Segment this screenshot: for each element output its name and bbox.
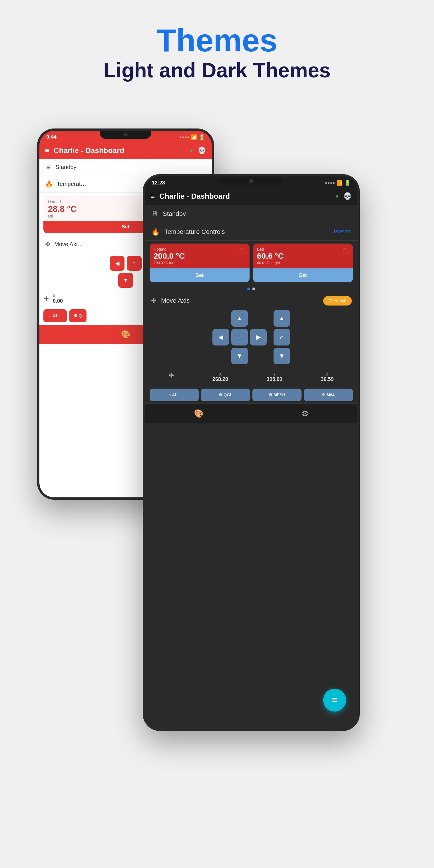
pagination-dots bbox=[145, 285, 358, 293]
x-axis-label: X bbox=[212, 372, 228, 376]
z-jog: ▲ ⌂ ▼ bbox=[274, 310, 290, 364]
z-axis-label: Z bbox=[321, 372, 334, 376]
bottom-nav-dark: 🎨 ⚙ bbox=[145, 403, 358, 424]
jog-home-btn[interactable]: ⌂ bbox=[127, 256, 142, 271]
x-axis-value: 268.20 bbox=[212, 376, 228, 382]
y-axis-label: Y bbox=[267, 372, 282, 376]
up-btn[interactable]: ▲ bbox=[231, 310, 248, 327]
z-coord-dark: Z 36.59 bbox=[321, 372, 334, 382]
palette-icon-light[interactable]: 🎨 bbox=[121, 330, 131, 339]
home-xy-btn[interactable]: ⌂ bbox=[231, 329, 248, 345]
move-label-light: Move Axi… bbox=[54, 241, 83, 248]
dot2d bbox=[328, 182, 330, 184]
y-axis-value: 305.00 bbox=[267, 376, 282, 382]
monitor-icon-light: 🖥 bbox=[45, 164, 52, 171]
qgl-btn-dark[interactable]: ⚙ QGL bbox=[201, 389, 250, 401]
standby-row-dark[interactable]: 🖥 Standby bbox=[145, 205, 358, 223]
dot1 bbox=[180, 136, 181, 138]
hotend-card-label: Hotend bbox=[154, 247, 246, 252]
presets-btn[interactable]: Presets bbox=[334, 229, 351, 235]
bed-set-btn-dark[interactable]: Set bbox=[253, 269, 353, 282]
temp-row-dark[interactable]: 🔥 Temperature Controls Presets bbox=[145, 223, 358, 241]
jog-back-btn[interactable]: ◀ bbox=[110, 256, 124, 271]
page-subtitle: Light and Dark Themes bbox=[103, 58, 331, 83]
hotend-header: Hotend 200.0 °C 200.0 °C target 🚫 bbox=[150, 244, 250, 269]
status-time-light: 9:44 bbox=[46, 134, 57, 140]
chat-fab[interactable]: ≡ bbox=[323, 689, 346, 712]
app-title-dark: Charlie - Dashboard bbox=[159, 192, 331, 201]
dot-active bbox=[247, 287, 250, 290]
jog-grid-dark: ▲ ◀ ⌂ ▶ ▼ ▲ ⌂ ▼ bbox=[151, 310, 352, 364]
none-badge[interactable]: 🛡 NONE bbox=[323, 296, 352, 306]
mesh-btn-dark[interactable]: ⚙ MESH bbox=[252, 389, 302, 401]
hamburger-icon-light[interactable]: ≡ bbox=[45, 147, 49, 154]
sliders-icon-dark[interactable]: ⚙ bbox=[302, 409, 309, 418]
right-btn[interactable]: ▶ bbox=[250, 329, 267, 345]
camera-light bbox=[124, 132, 128, 136]
temp-cards-dark: Hotend 200.0 °C 200.0 °C target 🚫 Set Be… bbox=[145, 241, 358, 285]
axis-icon-dark: ✤ bbox=[151, 297, 156, 305]
dot3d bbox=[330, 182, 332, 184]
move-header-dark: ✤ Move Axis 🛡 NONE bbox=[151, 296, 352, 306]
bed-card-dark: Bed 60.6 °C 60.0 °C target 🚫 Set bbox=[253, 244, 353, 282]
flame-icon-light: 🔥 bbox=[45, 181, 53, 188]
xy-jog: ▲ ◀ ⌂ ▶ ▼ bbox=[212, 310, 267, 364]
action-btns-dark: ⌂ ALL ⚙ QGL ⚙ MESH ✈ M84 bbox=[145, 386, 358, 403]
wifi-icon-light: 📶 bbox=[191, 134, 197, 141]
temp-label-dark: Temperature Controls bbox=[164, 228, 225, 236]
no-touch-icon-bed: 🚫 bbox=[342, 248, 349, 254]
wifi-icon-dark: 📶 bbox=[336, 180, 343, 186]
status-dot-dark: ● bbox=[336, 193, 339, 199]
y-coord-dark: Y 305.00 bbox=[267, 372, 282, 382]
all-btn-dark[interactable]: ⌂ ALL bbox=[150, 389, 199, 401]
status-icons-dark: 📶 🔋 bbox=[325, 180, 351, 186]
signal-dots bbox=[180, 136, 189, 138]
bed-card-label: Bed bbox=[257, 247, 349, 252]
m84-btn-dark[interactable]: ✈ M84 bbox=[304, 389, 353, 401]
hamburger-icon-dark[interactable]: ≡ bbox=[151, 192, 155, 200]
phone-dark: 12:23 📶 🔋 ≡ Charlie - Dashboard ● bbox=[143, 174, 360, 731]
bed-header: Bed 60.6 °C 60.0 °C target 🚫 bbox=[253, 244, 353, 269]
battery-icon-dark: 🔋 bbox=[344, 180, 351, 186]
q-btn-light[interactable]: ⚙ Q bbox=[69, 309, 87, 322]
palette-icon-dark[interactable]: 🎨 bbox=[194, 409, 204, 418]
status-time-dark: 12:23 bbox=[152, 180, 165, 186]
screen-dark: 12:23 📶 🔋 ≡ Charlie - Dashboard ● bbox=[145, 177, 358, 728]
axis-icon-coords-light: ✤ bbox=[44, 295, 49, 302]
move-label-dark: Move Axis bbox=[161, 297, 190, 304]
dot4d bbox=[333, 182, 335, 184]
app-bar-light: ≡ Charlie - Dashboard ● 💀 bbox=[39, 142, 212, 159]
skull-icon-dark[interactable]: 💀 bbox=[343, 192, 352, 200]
z-down-btn[interactable]: ▼ bbox=[274, 348, 290, 364]
app-bar-dark: ≡ Charlie - Dashboard ● 💀 bbox=[145, 188, 358, 205]
all-btn-light[interactable]: ⌂ ALL bbox=[43, 309, 67, 322]
dot3 bbox=[185, 136, 186, 138]
dark-content: 🖥 Standby 🔥 Temperature Controls Presets… bbox=[145, 205, 358, 728]
phones-container: 9:44 📶 🔋 ≡ Charlie - Dashboard ● bbox=[31, 106, 403, 791]
hotend-card-target: 200.0 °C target bbox=[154, 261, 246, 265]
axis-icon-coords-dark: ✤ bbox=[169, 372, 174, 382]
down-btn[interactable]: ▼ bbox=[231, 348, 248, 364]
status-dot-light: ● bbox=[190, 147, 193, 154]
coords-dark: ✤ X 268.20 Y 305.00 Z 36.59 bbox=[145, 368, 358, 386]
bed-card-temp: 60.6 °C bbox=[257, 252, 349, 261]
home-z-btn[interactable]: ⌂ bbox=[274, 329, 290, 345]
signal-dots-dark bbox=[325, 182, 335, 184]
left-btn[interactable]: ◀ bbox=[212, 329, 229, 345]
z-axis-value: 36.59 bbox=[321, 376, 334, 382]
hotend-card-dark: Hotend 200.0 °C 200.0 °C target 🚫 Set bbox=[150, 244, 250, 282]
flame-icon-dark: 🔥 bbox=[151, 228, 160, 236]
hotend-card-temp: 200.0 °C bbox=[154, 252, 246, 261]
skull-icon-light[interactable]: 💀 bbox=[197, 147, 206, 154]
hotend-set-btn-dark[interactable]: Set bbox=[150, 269, 250, 282]
status-icons-light: 📶 🔋 bbox=[180, 134, 205, 141]
z-up-btn[interactable]: ▲ bbox=[274, 310, 290, 327]
jog-down-btn[interactable]: ▼ bbox=[118, 273, 133, 288]
dot2 bbox=[182, 136, 184, 138]
standby-row-light[interactable]: 🖥 Standby bbox=[39, 159, 212, 176]
temp-label-light: Temperat… bbox=[57, 181, 86, 187]
shield-icon: 🛡 bbox=[328, 299, 333, 303]
app-title-light: Charlie - Dashboard bbox=[54, 146, 185, 155]
dot4 bbox=[187, 136, 189, 138]
camera-dark bbox=[249, 179, 253, 183]
